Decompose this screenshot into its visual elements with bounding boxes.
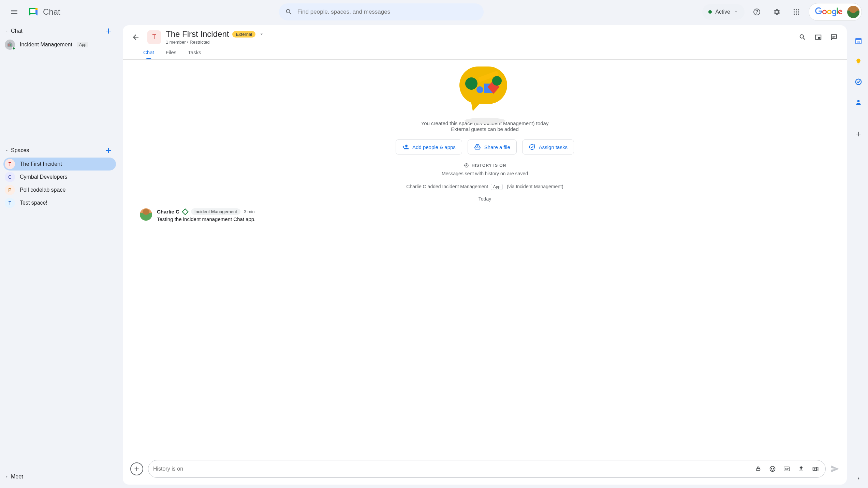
- message-via-chip: Incident Management: [191, 208, 240, 215]
- new-space-button[interactable]: [101, 143, 116, 158]
- sidebar-space-item[interactable]: P Poll codelab space: [3, 183, 116, 196]
- video-button[interactable]: [810, 464, 821, 474]
- top-bar: Chat Active: [0, 0, 868, 24]
- calendar-icon: 31: [855, 37, 862, 45]
- status-dot-icon: [708, 10, 712, 14]
- product-logo[interactable]: Chat: [27, 6, 60, 18]
- svg-point-24: [770, 467, 775, 472]
- svg-point-23: [529, 145, 534, 150]
- add-addon-button[interactable]: [852, 127, 865, 141]
- meet-section-toggle[interactable]: Meet: [3, 474, 23, 480]
- help-icon: [753, 8, 761, 16]
- apps-grid-icon: [793, 8, 800, 16]
- chat-section-label: Chat: [11, 28, 23, 34]
- sidebar-item-label: Incident Management: [20, 42, 72, 48]
- send-button[interactable]: [830, 464, 839, 473]
- upload-button[interactable]: [796, 464, 806, 474]
- status-label: Active: [715, 9, 730, 15]
- video-add-icon: [812, 465, 819, 472]
- format-button[interactable]: [753, 464, 763, 474]
- chat-message: Charlie C Incident Management 3 min Test…: [136, 208, 833, 222]
- search-icon: [285, 8, 293, 16]
- tab-tasks[interactable]: Tasks: [188, 49, 201, 59]
- message-input[interactable]: [153, 466, 753, 472]
- pip-button[interactable]: [811, 30, 825, 44]
- svg-point-8: [798, 11, 799, 13]
- tab-files[interactable]: Files: [166, 49, 177, 59]
- tab-chat[interactable]: Chat: [143, 49, 154, 59]
- back-button[interactable]: [129, 30, 143, 44]
- date-divider: Today: [479, 196, 491, 202]
- chevron-right-icon: [855, 475, 862, 482]
- sidebar-space-item[interactable]: T Test space!: [3, 196, 116, 209]
- space-avatar: T: [5, 159, 15, 169]
- search-input[interactable]: [297, 9, 477, 15]
- chat-logo-icon: [27, 6, 40, 18]
- svg-rect-16: [818, 37, 820, 39]
- space-title-dropdown[interactable]: The First Incident External: [166, 29, 791, 39]
- thread-panel-button[interactable]: [827, 30, 841, 44]
- composer-actions-button[interactable]: [130, 462, 143, 475]
- svg-point-14: [10, 44, 12, 46]
- spaces-section-toggle[interactable]: Spaces: [3, 147, 29, 153]
- new-chat-button[interactable]: [101, 24, 116, 39]
- meet-section-label: Meet: [11, 474, 23, 480]
- sidebar-item-label: Cymbal Developers: [20, 174, 68, 180]
- svg-point-22: [492, 76, 502, 86]
- message-time: 3 min: [244, 209, 255, 214]
- tasks-icon: [855, 78, 862, 86]
- space-avatar: C: [5, 172, 15, 182]
- space-avatar: P: [5, 185, 15, 195]
- emoji-button[interactable]: [767, 464, 778, 474]
- chevron-down-icon: [259, 31, 264, 37]
- svg-point-25: [771, 468, 772, 469]
- svg-rect-0: [30, 9, 35, 13]
- contacts-app-button[interactable]: [852, 95, 865, 109]
- calendar-app-button[interactable]: 31: [852, 34, 865, 48]
- sidebar-chat-item[interactable]: Incident Management App: [3, 38, 116, 51]
- svg-point-34: [857, 100, 860, 102]
- svg-point-26: [773, 468, 774, 469]
- history-on-label: HISTORY IS ON: [472, 163, 506, 168]
- system-message: Charlie C added Incident Management App …: [406, 184, 563, 189]
- chat-section-toggle[interactable]: Chat: [3, 28, 23, 34]
- sidebar-space-item[interactable]: T The First Incident: [3, 158, 116, 171]
- person-add-icon: [402, 144, 409, 150]
- svg-text:31: 31: [857, 41, 860, 44]
- help-button[interactable]: [749, 4, 764, 19]
- drive-icon: [474, 144, 481, 150]
- external-badge: External: [232, 31, 255, 38]
- share-file-button[interactable]: Share a file: [468, 139, 517, 154]
- search-bar[interactable]: [279, 3, 484, 20]
- keep-app-button[interactable]: [852, 55, 865, 68]
- gif-icon: GIF: [783, 465, 791, 472]
- search-in-space-button[interactable]: [796, 30, 809, 44]
- assign-tasks-button[interactable]: Assign tasks: [522, 139, 574, 154]
- apps-launcher-button[interactable]: [789, 4, 804, 19]
- sidebar-space-item[interactable]: C Cymbal Developers: [3, 171, 116, 183]
- collapse-rail-button[interactable]: [855, 475, 862, 482]
- status-selector[interactable]: Active: [702, 4, 745, 20]
- svg-text:GIF: GIF: [785, 468, 789, 470]
- settings-button[interactable]: [769, 4, 784, 19]
- svg-point-17: [465, 77, 477, 90]
- svg-point-9: [794, 14, 795, 15]
- menu-icon: [10, 8, 18, 16]
- arrow-left-icon: [132, 33, 140, 41]
- upload-icon: [798, 465, 805, 472]
- message-body: Testing the incident management Chat app…: [157, 216, 255, 222]
- add-people-button[interactable]: Add people & apps: [396, 139, 462, 154]
- product-name: Chat: [43, 7, 60, 17]
- history-note: Messages sent with history on are saved: [442, 171, 528, 176]
- gif-button[interactable]: GIF: [782, 464, 792, 474]
- chevron-down-icon: [734, 10, 738, 14]
- emoji-icon: [769, 465, 776, 472]
- main-content: T The First Incident External 1 member •…: [123, 25, 847, 485]
- plus-icon: [104, 146, 113, 155]
- tasks-app-button[interactable]: [852, 75, 865, 89]
- main-menu-button[interactable]: [6, 4, 23, 20]
- sidebar: Chat Incident Management App Spaces T Th…: [0, 24, 123, 488]
- account-switcher[interactable]: [809, 3, 862, 21]
- svg-point-2: [756, 13, 757, 14]
- pip-icon: [814, 33, 822, 41]
